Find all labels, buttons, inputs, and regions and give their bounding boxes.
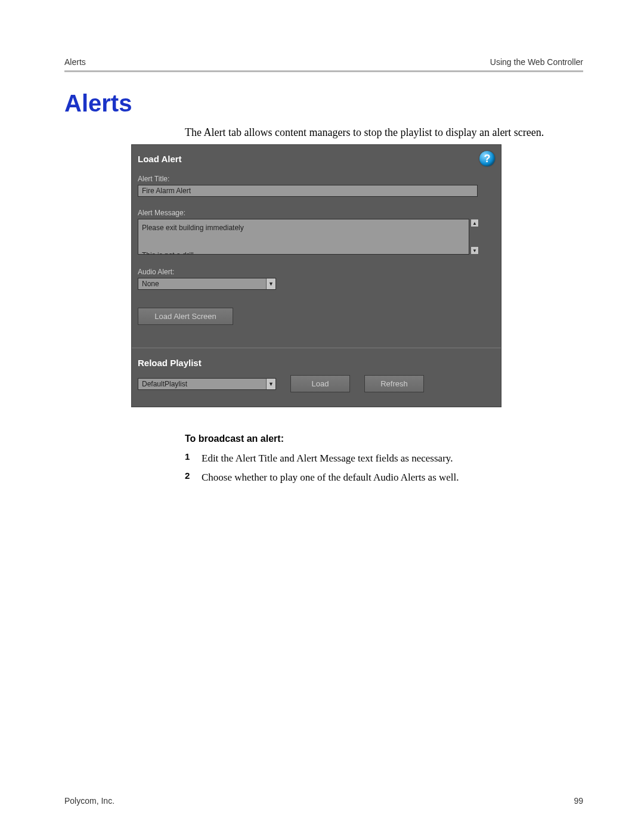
step-number: 2 bbox=[185, 470, 202, 485]
audio-alert-select[interactable]: None ▼ bbox=[138, 278, 276, 290]
page-footer: Polycom, Inc. 99 bbox=[64, 796, 583, 806]
load-alert-heading: Load Alert bbox=[138, 154, 182, 164]
playlist-value: DefaultPlaylist bbox=[138, 380, 266, 388]
panel-divider bbox=[132, 348, 501, 348]
step-text: Choose whether to play one of the defaul… bbox=[202, 470, 459, 485]
audio-alert-value: None bbox=[138, 280, 266, 288]
scroll-up-icon[interactable]: ▲ bbox=[470, 219, 479, 227]
footer-page-number: 99 bbox=[574, 796, 583, 806]
alert-message-label: Alert Message: bbox=[138, 209, 495, 217]
audio-alert-label: Audio Alert: bbox=[138, 268, 495, 276]
load-alert-screen-button[interactable]: Load Alert Screen bbox=[138, 308, 233, 325]
alert-message-textarea[interactable] bbox=[138, 219, 469, 255]
help-icon[interactable]: ? bbox=[479, 151, 495, 166]
running-header: Alerts Using the Web Controller bbox=[64, 57, 583, 70]
step-number: 1 bbox=[185, 451, 202, 466]
chevron-down-icon: ▼ bbox=[266, 379, 275, 389]
header-rule bbox=[64, 70, 583, 72]
playlist-select[interactable]: DefaultPlaylist ▼ bbox=[138, 378, 276, 390]
scroll-down-icon[interactable]: ▼ bbox=[470, 246, 479, 255]
textarea-scrollbar[interactable]: ▲ ▼ bbox=[470, 219, 479, 255]
load-alert-panel: Load Alert ? Alert Title: Alert Message:… bbox=[131, 144, 501, 407]
intro-paragraph: The Alert tab allows content managers to… bbox=[185, 125, 583, 140]
page-title: Alerts bbox=[64, 90, 583, 117]
reload-playlist-heading: Reload Playlist bbox=[132, 358, 501, 375]
step-text: Edit the Alert Title and Alert Message t… bbox=[202, 451, 453, 466]
header-left: Alerts bbox=[64, 57, 86, 67]
chevron-down-icon: ▼ bbox=[266, 278, 275, 289]
alert-title-label: Alert Title: bbox=[138, 175, 495, 183]
load-button[interactable]: Load bbox=[290, 375, 350, 392]
instructions-heading: To broadcast an alert: bbox=[185, 433, 583, 444]
instruction-step: 1 Edit the Alert Title and Alert Message… bbox=[185, 451, 583, 466]
footer-company: Polycom, Inc. bbox=[64, 796, 114, 806]
alert-title-input[interactable] bbox=[138, 185, 478, 197]
instruction-step: 2 Choose whether to play one of the defa… bbox=[185, 470, 583, 485]
header-right: Using the Web Controller bbox=[490, 57, 583, 67]
refresh-button[interactable]: Refresh bbox=[364, 375, 424, 392]
